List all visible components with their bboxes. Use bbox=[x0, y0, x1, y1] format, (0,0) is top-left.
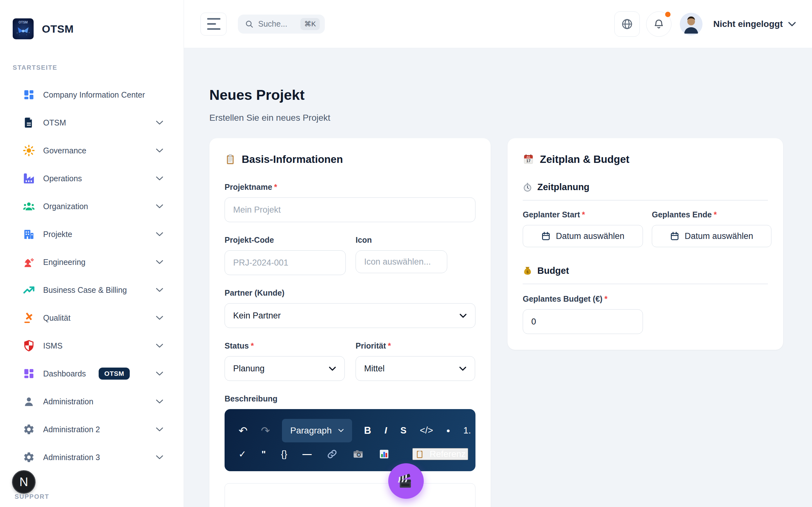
sidebar-item-engineering[interactable]: Engineering bbox=[13, 248, 171, 276]
chevron-down-icon bbox=[156, 316, 163, 320]
status-select[interactable]: Planung bbox=[224, 356, 345, 381]
beschreibung-label: Beschreibung bbox=[224, 394, 475, 403]
sidebar-item-isms[interactable]: ISMS bbox=[13, 332, 171, 360]
sidebar-item-projekte[interactable]: Projekte bbox=[13, 220, 171, 248]
icon-picker-input[interactable] bbox=[356, 250, 447, 273]
user-menu[interactable]: Nicht eingeloggt bbox=[713, 19, 796, 29]
engineer-icon bbox=[23, 256, 35, 268]
italic-button[interactable]: I bbox=[383, 424, 388, 437]
sidebar-item-label: Administration bbox=[43, 396, 93, 407]
prioritaet-label: Priorität* bbox=[356, 341, 475, 350]
notifications-button[interactable] bbox=[646, 11, 671, 37]
geplantes-budget-input[interactable] bbox=[523, 309, 643, 334]
devtools-n-badge[interactable]: N bbox=[12, 470, 36, 494]
sidebar-item-business-case-billing[interactable]: Business Case & Billing bbox=[13, 276, 171, 304]
zeitplan-budget-card: JUL 17 Zeitplan & Budget bbox=[507, 138, 783, 350]
globe-icon bbox=[621, 18, 633, 30]
task-list-button[interactable]: ✓ bbox=[237, 448, 247, 461]
sidebar-item-company-information-center[interactable]: Company Information Center bbox=[13, 81, 171, 109]
inline-code-button[interactable]: </> bbox=[419, 424, 435, 437]
bold-button[interactable]: B bbox=[363, 424, 372, 437]
partner-select[interactable]: Kein Partner bbox=[224, 303, 475, 328]
avatar[interactable] bbox=[680, 13, 703, 36]
sidebar-item-label: ISMS bbox=[43, 341, 62, 351]
sidebar-item-administration-3[interactable]: Administration 3 bbox=[13, 443, 171, 471]
blockquote-button[interactable]: " bbox=[260, 448, 267, 461]
sidebar-item-dashboards[interactable]: DashboardsOTSM bbox=[13, 360, 171, 388]
chevron-down-icon bbox=[156, 148, 163, 153]
grid-icon bbox=[23, 89, 35, 101]
sidebar-item-label: Business Case & Billing bbox=[43, 285, 127, 295]
paragraph-style-select[interactable]: Paragraph bbox=[282, 419, 352, 442]
sidebar-item-governance[interactable]: Governance bbox=[13, 136, 171, 164]
bullet-list-button[interactable]: • bbox=[445, 424, 451, 438]
chevron-down-icon bbox=[156, 120, 163, 125]
projektname-input[interactable] bbox=[224, 198, 475, 222]
partner-label: Partner (Kunde) bbox=[224, 288, 475, 297]
sidebar-section-support: SUPPORT bbox=[14, 493, 49, 500]
link-button[interactable] bbox=[325, 447, 339, 461]
media-fab-button[interactable] bbox=[388, 463, 424, 499]
sidebar-item-administration-2[interactable]: Administration 2 bbox=[13, 415, 171, 443]
ordered-list-button[interactable]: 1. bbox=[462, 424, 472, 437]
horizontal-rule-button[interactable]: — bbox=[301, 448, 313, 461]
divider bbox=[523, 284, 768, 284]
chevron-down-icon bbox=[156, 455, 163, 459]
app-root: OTSM OTSM STARTSEITE Company Information… bbox=[0, 0, 812, 507]
camera-icon bbox=[353, 449, 363, 459]
geplantes-ende-label: Geplantes Ende* bbox=[652, 210, 771, 219]
clipboard-icon bbox=[224, 154, 236, 165]
chevron-down-icon bbox=[156, 288, 163, 292]
content-area: Neues Projekt Erstellen Sie ein neues Pr… bbox=[184, 48, 812, 507]
sidebar-item-organization[interactable]: Organization bbox=[13, 192, 171, 220]
svg-text:$: $ bbox=[526, 270, 529, 274]
prioritaet-select[interactable]: Mittel bbox=[356, 356, 475, 381]
sidebar-toggle-button[interactable] bbox=[200, 13, 226, 36]
brand[interactable]: OTSM OTSM bbox=[13, 18, 171, 39]
sidebar-item-badge: OTSM bbox=[99, 368, 130, 380]
referenz-button[interactable]: Referenz bbox=[412, 448, 468, 460]
notification-dot bbox=[665, 12, 670, 17]
stopwatch-icon bbox=[523, 182, 532, 192]
shield-icon bbox=[23, 340, 35, 352]
sidebar-item-otsm[interactable]: OTSM bbox=[13, 109, 171, 136]
sidebar-item-label: Engineering bbox=[43, 257, 85, 268]
brand-name: OTSM bbox=[42, 23, 73, 35]
projekt-code-input[interactable] bbox=[224, 250, 346, 275]
page-title: Neues Projekt bbox=[209, 87, 786, 103]
strikethrough-button[interactable]: S bbox=[399, 424, 408, 437]
sidebar-item-operations[interactable]: Operations bbox=[13, 164, 171, 192]
chevron-down-icon bbox=[338, 429, 344, 432]
redo-button[interactable]: ↷ bbox=[260, 424, 271, 438]
image-button[interactable] bbox=[351, 447, 365, 461]
sidebar-item-qualit-t[interactable]: Qualität bbox=[13, 304, 171, 332]
sidebar: OTSM OTSM STARTSEITE Company Information… bbox=[0, 0, 184, 507]
gear-icon bbox=[23, 424, 35, 435]
grid-icon bbox=[23, 368, 35, 380]
search-input[interactable]: Suche... ⌘K bbox=[238, 14, 325, 34]
clipboard-icon bbox=[415, 449, 424, 459]
bell-icon bbox=[653, 18, 664, 30]
divider bbox=[523, 200, 768, 201]
chevron-down-icon bbox=[156, 260, 163, 264]
page-subtitle: Erstellen Sie ein neues Projekt bbox=[209, 113, 786, 123]
document-icon bbox=[23, 117, 35, 129]
richtext-editor-body[interactable] bbox=[224, 483, 475, 507]
sidebar-item-administration[interactable]: Administration bbox=[13, 388, 171, 415]
chevron-down-icon bbox=[156, 399, 163, 404]
undo-button[interactable]: ↶ bbox=[237, 424, 249, 438]
geplantes-ende-date-button[interactable]: Datum auswählen bbox=[652, 225, 771, 247]
calendar-outline-icon bbox=[541, 231, 551, 241]
chevron-down-icon bbox=[156, 427, 163, 432]
select-chevron-icon bbox=[459, 366, 467, 371]
language-button[interactable] bbox=[614, 11, 640, 37]
moneybag-icon: $ bbox=[523, 266, 532, 276]
basis-informationen-card: Basis-Informationen Projektname* Projekt… bbox=[209, 138, 491, 507]
status-label: Status* bbox=[224, 341, 345, 350]
geplanter-start-label: Geplanter Start* bbox=[523, 210, 643, 219]
code-block-button[interactable]: {} bbox=[280, 448, 288, 461]
topbar: Suche... ⌘K bbox=[184, 0, 812, 48]
sidebar-item-label: Administration 2 bbox=[43, 424, 100, 435]
geplanter-start-date-button[interactable]: Datum auswählen bbox=[523, 225, 643, 247]
chart-button[interactable] bbox=[377, 447, 391, 461]
